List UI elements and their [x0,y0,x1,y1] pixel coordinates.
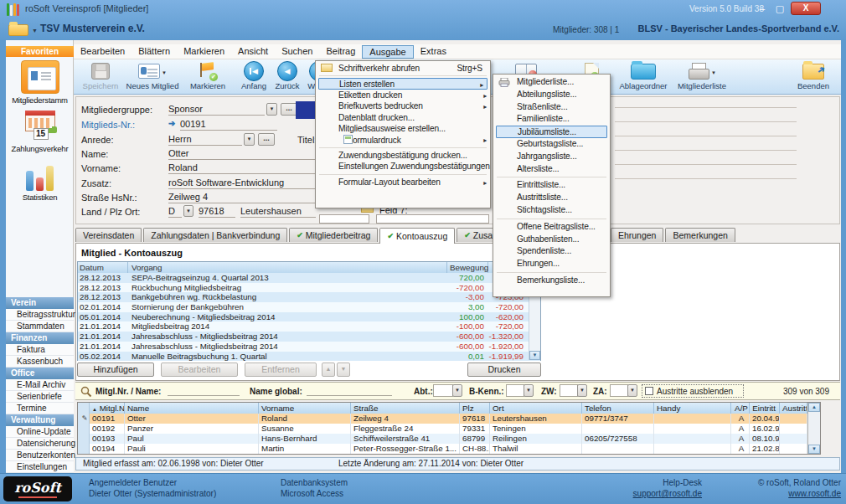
submenu-item-strassenliste[interactable]: Straßenliste... [493,101,610,114]
minimize-button[interactable] [754,3,771,15]
table-row[interactable]: 28.12.2013SEPA-Beitragseinzug 4. Quartal… [78,273,540,283]
sidebar-item-faktura[interactable]: Faktura [6,344,74,356]
table-row[interactable]: 28.12.2013Rückbuchung Mitgliedsbeitrag-7… [78,283,540,293]
table-row[interactable]: 21.01.2014Mitgliedsbeitrag 2014-100,00-7… [78,321,540,332]
menu-item-formulardruck[interactable]: Formulardruck [316,134,490,145]
column-header[interactable]: Plz [460,403,490,414]
tab-kontoauszug[interactable]: Kontoauszug [379,228,455,244]
name-field[interactable]: Otter [168,147,316,160]
move-up-button[interactable]: ▲ [322,363,335,377]
sidebar-item-zahlungsverkehr[interactable]: 15 Zahlungsverkehr [6,111,74,153]
sidebar-item-online-update[interactable]: Online-Update [6,426,74,438]
submenu-item-eintrittsliste[interactable]: Eintrittsliste... [493,179,610,192]
submenu-item-austrittsliste[interactable]: Austrittsliste... [493,192,610,204]
field-box[interactable] [376,214,489,224]
plz-field[interactable]: 97618 [199,205,235,218]
grid-row-selected[interactable]: ✎ 00191OtterRolandZeilweg 497618Leutersh… [78,414,820,424]
ellipsis-button[interactable]: ... [258,133,275,146]
column-header[interactable]: Name [125,403,259,414]
dropdown-button[interactable]: ▼ [577,384,587,397]
sidebar-item-benutzerkonten[interactable]: Benutzerkonten [6,450,74,461]
remove-button[interactable]: Entfernen [245,363,317,377]
land-field[interactable]: D [168,205,182,218]
helpdesk-link[interactable]: support@rosoft.de [586,489,702,498]
menu-bearbeiten[interactable]: Bearbeiten [74,45,132,59]
move-down-button[interactable]: ▼ [337,363,350,377]
nav-first-button[interactable]: Anfang [238,61,270,90]
column-header[interactable]: Telefon [582,403,654,414]
mitgliedergruppe-field[interactable]: Sponsor [168,103,265,116]
dropdown-button[interactable]: ▼ [183,205,193,217]
mark-button[interactable]: ✔Markieren [184,61,231,90]
submenu-item-stichtagsliste[interactable]: Stichtagsliste... [493,204,610,217]
table-row[interactable]: 28.12.2013Bankgebühren wg. Rückbelastung… [78,292,540,302]
submenu-item-jahrgangsliste[interactable]: Jahrgangsliste... [493,151,610,163]
za-select[interactable] [610,384,628,397]
table-row[interactable]: 21.01.2014Jahresabschluss - Mitgliedsbei… [78,342,540,352]
zw-select[interactable] [560,384,578,397]
submenu-item-bemerkungsliste[interactable]: Bemerkungsliste... [493,275,610,287]
sidebar-item-termine[interactable]: Termine [6,403,74,414]
menu-item-mitgliedsausweise[interactable]: Mitgliedsausweise erstellen... [316,123,490,134]
table-row[interactable]: 05.02.2014Manuelle Beitragsbuchung 1. Qu… [78,352,540,362]
bkenn-select[interactable] [506,384,524,397]
menu-item-etiketten[interactable]: Etiketten drucken [316,90,490,100]
dropdown-button[interactable]: ▼ [266,103,277,116]
grid-row[interactable]: 00192PanzerSusanneFleggestraße 2479331Te… [78,424,820,434]
mitgliedsnr-field[interactable]: 00191 [180,118,277,131]
global-search-input[interactable] [307,383,392,396]
submenu-item-geburtstagsliste[interactable]: Geburtstagsliste... [493,138,610,151]
sidebar-item-serienbriefe[interactable]: Serienbriefe [6,391,74,403]
menu-blaettern[interactable]: Blättern [132,45,177,59]
dropdown-button[interactable]: ▼ [452,384,462,397]
column-header-mitglnr[interactable]: ▲ Mitgl.Nr. [90,403,125,414]
sidebar-item-kassenbuch[interactable]: Kassenbuch [6,356,74,368]
column-header[interactable]: Bewegung [447,262,488,273]
menu-markieren[interactable]: Markieren [177,45,231,59]
menu-item-zuwendung-einstellungen[interactable]: Einstellungen Zuwendungsbestätigungen [316,161,490,172]
menu-ausgabe[interactable]: Ausgabe [362,45,413,59]
column-header[interactable]: Datum [78,262,128,273]
column-header[interactable]: Handy [654,403,731,414]
sidebar-item-mitgliederstamm[interactable]: Mitgliederstamm [6,60,74,105]
member-list-button[interactable]: Mitgliederliste [672,61,732,90]
close-button[interactable]: X [791,2,821,15]
submenu-item-familienliste[interactable]: Familienliste... [493,113,610,126]
member-search-input[interactable] [168,383,240,396]
field-box[interactable] [319,214,369,224]
submenu-item-abteilungsliste[interactable]: Abteilungsliste... [493,89,610,101]
sidebar-item-beitragsstruktur[interactable]: Beitragsstruktur [6,309,74,321]
menu-item-schriftverkehr[interactable]: Schriftverkehr abrufenStrg+S [316,63,490,74]
add-button[interactable]: Hinzufügen [77,363,154,377]
zusatz-field[interactable]: roSoft Software-Entwicklung [168,177,316,189]
save-button[interactable]: Speichern [79,61,122,90]
menu-item-listen-erstellen[interactable]: Listen erstellen [318,78,487,89]
sidebar-item-statistiken[interactable]: Statistiken [6,162,74,202]
dropdown-caret-icon[interactable] [162,67,167,76]
strasse-field[interactable]: Zeilweg 4 [168,191,316,203]
submenu-item-mitgliederliste[interactable]: Mitgliederliste... [493,76,610,89]
column-header[interactable]: Ort [490,403,582,414]
column-header[interactable]: Austritt [780,403,807,414]
dropdown-button[interactable]: ▼ [244,133,255,146]
submenu-item-jubilaeumsliste[interactable]: Jubiläumsliste... [496,126,607,138]
tab-bemerkungen[interactable]: Bemerkungen [665,228,735,242]
dropdown-button[interactable]: ▼ [524,384,534,397]
column-header[interactable]: Eintritt [750,403,780,414]
club-folder-icon[interactable] [8,24,28,36]
submenu-item-spendenliste[interactable]: Spendenliste... [493,245,610,258]
submenu-item-offene-beitragsliste[interactable]: Offene Beitragsliste... [493,221,610,234]
scroll-down-button[interactable]: ▼ [529,351,540,360]
column-header[interactable]: A/P [731,403,750,414]
website-link[interactable]: www.rosoft.de [709,489,841,498]
grid-row[interactable]: 00194PauliMartinPeter-Rossegger-Straße 1… [78,444,820,454]
ort-field[interactable]: Leutershausen [240,205,316,218]
menu-item-briefkuverts[interactable]: Briefkuverts bedrucken [316,100,490,111]
grid-scrollbar[interactable]: ▲ ▼ [807,403,820,454]
new-member-button[interactable]: Neues Mitglied [122,61,183,90]
table-row[interactable]: 21.01.2014Jahresabschluss - Mitgliedsbei… [78,332,540,342]
scroll-up-button[interactable]: ▲ [808,403,820,412]
menu-ansicht[interactable]: Ansicht [231,45,275,59]
club-selector-caret-icon[interactable]: ▼ [32,28,38,33]
column-header[interactable]: Vorgang [128,262,447,273]
